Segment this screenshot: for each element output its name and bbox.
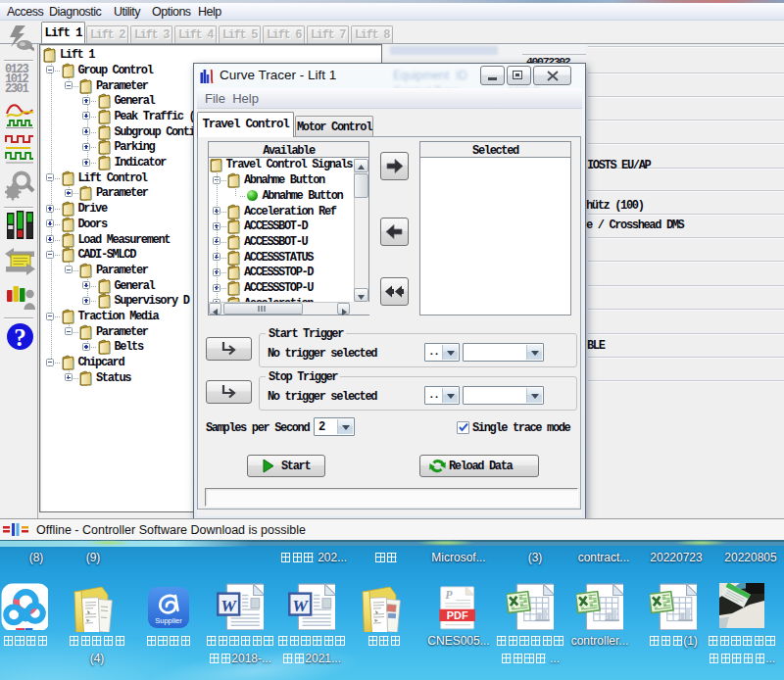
svg-text:Supplier: Supplier [155, 616, 182, 625]
svg-text:W: W [220, 596, 237, 615]
svg-text:?: ? [14, 324, 26, 351]
svg-text:PDF: PDF [447, 609, 468, 621]
svg-text:P: P [445, 588, 453, 602]
svg-text:W: W [292, 596, 309, 615]
